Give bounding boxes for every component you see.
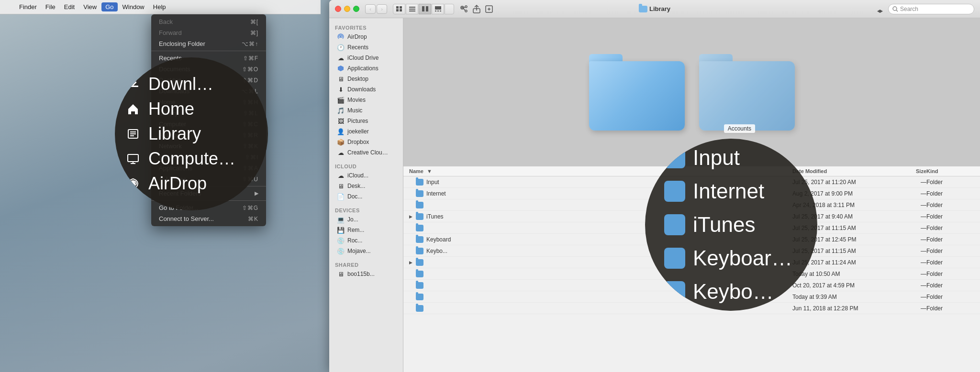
sidebar-item-desk2[interactable]: 🖥 Desk... bbox=[331, 181, 401, 191]
sidebar-item-rock[interactable]: 💿 Roc... bbox=[331, 235, 401, 246]
sidebar-item-recents[interactable]: 🕐 Recents bbox=[331, 42, 401, 53]
col-header-date[interactable]: Date Modified bbox=[792, 168, 888, 174]
movies-sidebar-icon: 🎬 bbox=[337, 96, 345, 104]
sidebar-item-joe[interactable]: 💻 Jo... bbox=[331, 214, 401, 225]
menu-item-back[interactable]: Back ⌘[ bbox=[151, 16, 266, 27]
column-view-button[interactable] bbox=[419, 4, 431, 14]
folder-icon-accounts[interactable] bbox=[699, 54, 795, 131]
menu-view[interactable]: View bbox=[79, 2, 100, 11]
traffic-lights bbox=[335, 6, 359, 12]
share-button[interactable] bbox=[471, 4, 482, 14]
toolbar-right: Search bbox=[875, 4, 974, 14]
gallery-view-button[interactable] bbox=[432, 4, 444, 14]
rc-label-input: Input bbox=[693, 146, 740, 170]
sidebar-item-dropbox[interactable]: 📦 Dropbox bbox=[331, 137, 401, 147]
user-sidebar-icon: 👤 bbox=[337, 128, 345, 135]
menu-window[interactable]: Window bbox=[119, 2, 148, 11]
sidebar-label-desk2: Desk... bbox=[347, 183, 365, 189]
icon-view-area: Accounts bbox=[403, 18, 980, 166]
dropbox-icon[interactable] bbox=[875, 4, 885, 14]
svg-point-23 bbox=[462, 7, 463, 8]
sidebar-item-airdrop[interactable]: AirDrop bbox=[331, 32, 401, 42]
downloads-circle-icon bbox=[124, 76, 142, 93]
svg-rect-16 bbox=[422, 6, 424, 11]
circle-item-home: Home bbox=[115, 97, 268, 121]
sidebar-item-creative[interactable]: ☁ Creative Cloud Fi... bbox=[331, 147, 401, 158]
sidebar-item-movies[interactable]: 🎬 Movies bbox=[331, 95, 401, 105]
sidebar-item-applications[interactable]: Applications bbox=[331, 63, 401, 74]
search-icon bbox=[892, 6, 898, 12]
row-folder-icon bbox=[416, 248, 423, 254]
svg-point-34 bbox=[340, 36, 342, 38]
disclosure-triangle-icon[interactable]: ▶ bbox=[409, 260, 416, 265]
back-nav-button[interactable]: ‹ bbox=[365, 4, 376, 14]
menu-go[interactable]: Go bbox=[101, 2, 117, 11]
list-item[interactable]: Jun 11, 2018 at 12:28 PM — Folder bbox=[403, 303, 980, 314]
row-size: — bbox=[888, 190, 926, 197]
sidebar-item-desktop[interactable]: 🖥 Desktop bbox=[331, 74, 401, 84]
sidebar-item-pictures[interactable]: 🖼 Pictures bbox=[331, 116, 401, 126]
sidebar-item-downloads[interactable]: ⬇ Downloads bbox=[331, 84, 401, 95]
col-header-kind[interactable]: Kind bbox=[926, 168, 974, 174]
svg-rect-21 bbox=[440, 11, 441, 11]
forward-nav-button[interactable]: › bbox=[377, 4, 387, 14]
rc-folder-icon-internet bbox=[664, 181, 685, 202]
menu-separator-1 bbox=[151, 51, 266, 51]
svg-rect-11 bbox=[396, 9, 399, 11]
sidebar-item-mojave[interactable]: 💿 Mojave... bbox=[331, 246, 401, 256]
svg-point-8 bbox=[131, 181, 135, 186]
sidebar-label-joekeller: joekeller bbox=[347, 128, 369, 135]
row-size: — bbox=[888, 202, 926, 208]
maximize-button[interactable] bbox=[353, 6, 359, 12]
folder-body bbox=[589, 61, 685, 131]
sidebar-item-rem[interactable]: 💾 Rem... bbox=[331, 225, 401, 235]
library-circle-icon bbox=[124, 125, 142, 142]
sidebar-label-pictures: Pictures bbox=[347, 118, 368, 124]
icon-view-button[interactable] bbox=[393, 4, 405, 14]
menu-item-forward-shortcut: ⌘] bbox=[250, 30, 258, 36]
circle-label-airdrop: AirDrop bbox=[148, 174, 207, 194]
folder-icon-main[interactable] bbox=[589, 54, 685, 131]
search-box[interactable]: Search bbox=[888, 4, 974, 14]
row-kind: Folder bbox=[926, 271, 974, 277]
sidebar-item-icloud[interactable]: ☁ iCloud Drive bbox=[331, 53, 401, 63]
menu-finder[interactable]: Finder bbox=[15, 2, 41, 11]
menu-edit[interactable]: Edit bbox=[60, 2, 78, 11]
row-size: — bbox=[888, 294, 926, 300]
menu-help[interactable]: Help bbox=[149, 2, 170, 11]
row-date: Oct 20, 2017 at 4:59 PM bbox=[792, 282, 888, 289]
menu-item-connect[interactable]: Connect to Server... ⌘K bbox=[151, 213, 266, 224]
sidebar-label-music: Music bbox=[347, 107, 362, 114]
right-circle-overlay: Input Internet iTunes Keyboar… Keybo… bbox=[645, 139, 817, 311]
col-header-size[interactable]: Size bbox=[888, 168, 926, 174]
sidebar-label-creative: Creative Cloud Fi... bbox=[347, 149, 390, 156]
view-options-button[interactable] bbox=[445, 4, 454, 14]
sidebar-item-music[interactable]: 🎵 Music bbox=[331, 105, 401, 116]
svg-rect-17 bbox=[426, 6, 428, 11]
menu-item-forward[interactable]: Forward ⌘] bbox=[151, 27, 266, 38]
minimize-button[interactable] bbox=[344, 6, 350, 12]
window-title: Library bbox=[639, 5, 670, 12]
disclosure-triangle-icon[interactable]: ▶ bbox=[409, 214, 416, 219]
svg-rect-9 bbox=[396, 6, 399, 9]
sidebar-label-icloud2: iCloud... bbox=[347, 172, 368, 179]
sidebar-label-rock: Roc... bbox=[347, 237, 362, 244]
action-button[interactable] bbox=[459, 4, 469, 14]
sidebar-item-shared1[interactable]: 🖥 boo115b... bbox=[331, 269, 401, 279]
sidebar-item-icloud2[interactable]: ☁ iCloud... bbox=[331, 170, 401, 181]
list-view-button[interactable] bbox=[406, 4, 418, 14]
new-tab-button[interactable] bbox=[484, 4, 494, 14]
left-circle-overlay: Downl… Home Library bbox=[115, 57, 268, 210]
svg-rect-18 bbox=[435, 6, 441, 10]
sidebar-item-doc2[interactable]: 📄 Doc... bbox=[331, 191, 401, 202]
sidebar-item-joekeller[interactable]: 👤 joekeller bbox=[331, 126, 401, 137]
menu-item-enclosing[interactable]: Enclosing Folder ⌥⌘↑ bbox=[151, 38, 266, 49]
sidebar-label-movies: Movies bbox=[347, 97, 366, 103]
svg-rect-13 bbox=[409, 7, 415, 8]
airdrop-circle-icon bbox=[124, 175, 142, 192]
navigation-buttons: ‹ › bbox=[365, 4, 387, 14]
rc-item-keyboard: Keyboar… bbox=[645, 242, 817, 274]
apple-menu[interactable] bbox=[4, 6, 11, 8]
close-button[interactable] bbox=[335, 6, 341, 12]
menu-file[interactable]: File bbox=[42, 2, 59, 11]
